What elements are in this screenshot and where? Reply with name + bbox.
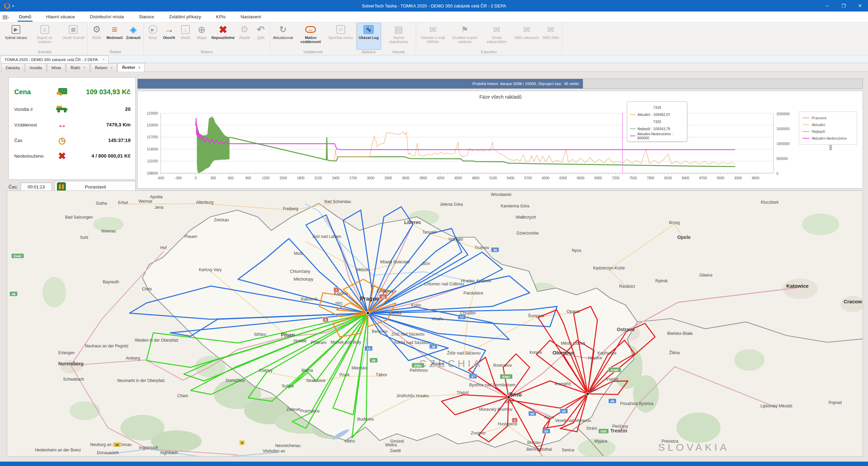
matice-vzd-lenost-button[interactable]: ↔Matice vzdáleností bbox=[295, 23, 327, 49]
tab-close-icon[interactable]: × bbox=[111, 66, 113, 69]
close-button[interactable]: ✕ bbox=[852, 0, 868, 12]
stat-label: Cena bbox=[14, 88, 54, 96]
sms-idi-i-button[interactable]: ✉SMS řidiči bbox=[540, 23, 561, 49]
svg-text:2700: 2700 bbox=[349, 176, 357, 180]
svg-text:5400: 5400 bbox=[507, 176, 515, 180]
series-aktu-ln-spike bbox=[211, 116, 213, 118]
city-label: Mníšek pod Brdy bbox=[331, 340, 361, 345]
city-label: Neureichenau bbox=[275, 443, 301, 448]
document-tab-close-icon[interactable]: × bbox=[103, 58, 105, 61]
minimize-button[interactable]: ─ bbox=[819, 0, 835, 12]
city-label: Považská Bystrica bbox=[620, 401, 653, 406]
e-it-button[interactable]: ⚙Řešit bbox=[88, 23, 105, 49]
svg-text:1200: 1200 bbox=[262, 176, 270, 180]
city-label: Jena bbox=[155, 205, 163, 210]
city-label: Piešťany bbox=[612, 424, 628, 429]
menu-tab-dom[interactable]: Domů bbox=[12, 12, 39, 22]
menu-tab-nastaven[interactable]: Nastavení bbox=[233, 12, 269, 22]
tab-vozidla[interactable]: Vozidla bbox=[25, 63, 46, 72]
legend-item-nejlep: Nejlepší bbox=[803, 128, 853, 135]
route-map[interactable]: CZECHIASLOVAKIAGothaErfurtWeimarApoldaJe… bbox=[7, 191, 863, 456]
nepou-iteln-button[interactable]: ✖Nepoužitelné bbox=[210, 23, 236, 49]
ecofleet-export-zak-zek-button[interactable]: ⚑Ecofleet export zakázek bbox=[449, 23, 481, 49]
city-label: Zruč nad Sázavou bbox=[391, 332, 424, 337]
svg-text:4200: 4200 bbox=[437, 176, 445, 180]
spo-tat-znovu-button[interactable]: ⇄Spočítat znovu bbox=[327, 23, 355, 49]
zobrazit-button[interactable]: ◈Zobrazit bbox=[124, 23, 142, 49]
ribbon-group-name: Exportéry bbox=[417, 49, 561, 55]
tab-m-sta[interactable]: Místa bbox=[47, 63, 65, 72]
svg-text:2400: 2400 bbox=[332, 176, 340, 180]
city-label: Suhl bbox=[80, 235, 88, 240]
ulo-it-button[interactable]: ↓Uložit bbox=[177, 23, 194, 49]
city-label: Zwettl bbox=[390, 448, 401, 453]
city-label: Bielsko-Biała bbox=[667, 331, 693, 336]
svg-text:4800: 4800 bbox=[472, 176, 480, 180]
tab-close-icon[interactable]: × bbox=[83, 66, 85, 69]
nov-button[interactable]: ▶Nový bbox=[145, 23, 161, 49]
city-label: Plauen bbox=[184, 234, 197, 239]
sms-z-kazn-ci-button[interactable]: ✉SMS zákazníci bbox=[513, 23, 541, 49]
city-label: Hof bbox=[160, 245, 167, 250]
tab-e-itel[interactable]: Řešitel× bbox=[118, 63, 145, 72]
city-label: Aiglsbach bbox=[160, 450, 178, 455]
menu-tab-zvl-tn-p-kazy[interactable]: Zvláštní příkazy bbox=[161, 12, 209, 22]
city-label: Milevsko bbox=[352, 366, 368, 370]
road-badge: 55 bbox=[372, 359, 376, 362]
import-ze-souboru-button[interactable]: SImport ze souboru bbox=[29, 23, 61, 49]
tab-e-en[interactable]: Řešení× bbox=[91, 63, 117, 72]
city-label: Mělník bbox=[357, 267, 369, 272]
map-container[interactable]: CZECHIASLOVAKIAGothaErfurtWeimarApoldaJe… bbox=[7, 190, 863, 457]
mail-icon: ✉ bbox=[523, 24, 530, 35]
ribbon-button-label: Zpět bbox=[257, 36, 264, 40]
sub-tab-strip: ZakázkyVozidlaMístaŘidiči×Řešení×Řešitel… bbox=[0, 63, 868, 72]
road-badge: 35 bbox=[493, 248, 497, 252]
email-z-kazn-k-m-button[interactable]: ✉Email zákazníkům bbox=[481, 23, 513, 49]
tab-zak-zky[interactable]: Zakázky bbox=[1, 63, 24, 72]
stat-value: 109 034,93 Kč bbox=[70, 88, 131, 96]
road-badge: 25 bbox=[115, 443, 119, 447]
odeslat-e-mail-idi-m-button[interactable]: ✉Odeslat e-mail řidičům bbox=[417, 23, 449, 49]
title-bar: ▾ SolverTech Tasha - TOMKA 2020 - DEMO 3… bbox=[0, 0, 868, 12]
menu-tab-distribu-n-m-sta[interactable]: Distribuční místa bbox=[82, 12, 132, 22]
restore-button[interactable]: ❐ bbox=[835, 0, 852, 12]
city-label: Poprad bbox=[829, 400, 842, 405]
road-badge: 38 bbox=[432, 345, 435, 348]
money-icon bbox=[54, 88, 70, 96]
aktualizovat-button[interactable]: ↻Aktualizovat bbox=[271, 23, 295, 49]
mapa-button[interactable]: ⊕Mapa bbox=[194, 23, 210, 49]
city-label: Blatná bbox=[301, 368, 313, 373]
document-tab-label: TOMKA 2020 - DEMO 350 zakázek celá ČR - … bbox=[4, 58, 98, 62]
road-badge: 7 bbox=[335, 288, 337, 292]
stat-label: Čas bbox=[14, 138, 54, 143]
uk-zat-log-button[interactable]: ∿Ukázat Log bbox=[357, 23, 380, 49]
city-label: Mladá Boleslav bbox=[380, 259, 410, 264]
ribbon-group-importy: ▤Načíst objednávkyImporty bbox=[382, 22, 416, 55]
play-box-icon: ▶ bbox=[12, 24, 20, 35]
zp-t-button[interactable]: ↶Zpět bbox=[253, 23, 269, 49]
file-menu-icon[interactable]: ▤▾ bbox=[0, 14, 12, 20]
city-label: PRG bbox=[335, 302, 343, 305]
svg-text:117000: 117000 bbox=[147, 135, 158, 139]
document-tab[interactable]: TOMKA 2020 - DEMO 350 zakázek celá ČR - … bbox=[1, 56, 108, 63]
city-label: Nuremberg bbox=[58, 361, 84, 366]
vybrat-situaci-button[interactable]: ▶Vybrat situaci bbox=[3, 23, 29, 49]
ribbon-button-label: Zlepšit bbox=[239, 36, 250, 40]
otev-t-button[interactable]: →Otevřít bbox=[161, 23, 177, 49]
tab-close-icon[interactable]: × bbox=[138, 66, 140, 69]
mo-nosti-button[interactable]: ≡Možnosti bbox=[105, 23, 124, 49]
na-st-objedn-vky-button[interactable]: ▤Načíst objednávky bbox=[383, 23, 415, 49]
road-badge: E461 bbox=[502, 375, 510, 379]
tab-idi-i[interactable]: Řidiči× bbox=[66, 63, 90, 72]
menu-tab-hlavn-situace[interactable]: Hlavní situace bbox=[39, 12, 82, 22]
ribbon-group-export-ry: ✉Odeslat e-mail řidičům⚑Ecofleet export … bbox=[416, 22, 562, 55]
stat-label: Neobslouženo bbox=[14, 154, 54, 159]
city-label: Větřní bbox=[344, 439, 355, 444]
city-label: Tábor bbox=[376, 372, 388, 377]
menu-tab-stanice[interactable]: Stanice bbox=[131, 12, 161, 22]
menu-tab-kpis[interactable]: KPIs bbox=[209, 12, 233, 22]
zlep-it-button[interactable]: ⚙Zlepšit bbox=[236, 23, 253, 49]
refresh-icon: ↻ bbox=[279, 24, 287, 35]
undo-icon: ↶ bbox=[257, 24, 264, 35]
ulo-it-sc-n-button[interactable]: ▦Uložit Scénář bbox=[61, 23, 86, 49]
